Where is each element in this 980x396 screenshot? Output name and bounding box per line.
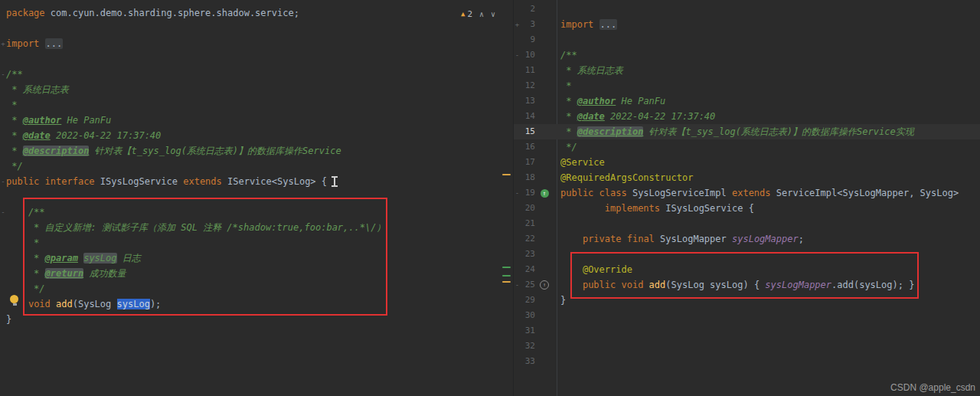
line-number[interactable]: 30 xyxy=(521,308,535,323)
fold-marker[interactable] xyxy=(0,5,6,21)
code-line[interactable]: 11 * 系统日志表 xyxy=(514,63,980,78)
fold-marker[interactable] xyxy=(514,216,521,231)
intention-bulb-icon[interactable] xyxy=(10,295,19,306)
warnings-badge[interactable]: ▲ 2 xyxy=(461,9,472,19)
code-line[interactable]: 21 xyxy=(514,216,980,231)
code-line[interactable]: +import ... xyxy=(0,36,513,51)
fold-marker[interactable] xyxy=(514,93,521,109)
line-number[interactable]: 24 xyxy=(521,262,535,277)
fold-marker[interactable]: - xyxy=(514,47,521,63)
fold-marker[interactable] xyxy=(0,189,6,205)
error-stripe-change-mark[interactable] xyxy=(502,267,511,268)
code-line[interactable]: -10/** xyxy=(514,47,980,63)
fold-marker[interactable] xyxy=(0,296,6,312)
fold-marker[interactable]: - xyxy=(514,185,521,201)
fold-marker[interactable]: + xyxy=(514,17,521,32)
fold-marker[interactable] xyxy=(0,281,6,296)
fold-marker[interactable] xyxy=(514,170,521,185)
fold-marker[interactable]: + xyxy=(0,36,6,51)
code-line[interactable]: * xyxy=(0,97,513,113)
line-number[interactable]: 17 xyxy=(521,155,535,170)
fold-marker[interactable] xyxy=(514,32,521,47)
line-number[interactable]: 15 xyxy=(521,124,535,139)
line-number[interactable]: 12 xyxy=(521,78,535,93)
code-line[interactable]: * @author He PanFu xyxy=(0,113,513,128)
code-line[interactable]: * @date 2022-04-22 17:37:40 xyxy=(0,128,513,143)
line-number[interactable]: 2 xyxy=(521,2,535,17)
error-stripe-change-mark[interactable] xyxy=(502,275,511,277)
line-number[interactable]: 13 xyxy=(521,93,535,109)
fold-marker[interactable] xyxy=(0,220,6,235)
code-line[interactable]: * 系统日志表 xyxy=(0,82,513,97)
fold-marker[interactable] xyxy=(514,109,521,124)
code-line[interactable]: * @description 针对表【t_sys_log(系统日志表)】的数据库… xyxy=(0,143,513,159)
error-stripe-warning-mark[interactable] xyxy=(502,281,511,283)
code-line[interactable]: 16 */ xyxy=(514,139,980,155)
line-number[interactable]: 22 xyxy=(521,231,535,247)
fold-marker[interactable] xyxy=(514,262,521,277)
code-line[interactable]: 13 * @author He PanFu xyxy=(514,93,980,109)
line-number[interactable]: 11 xyxy=(521,63,535,78)
fold-marker[interactable] xyxy=(0,97,6,113)
fold-marker[interactable]: - xyxy=(0,205,6,220)
fold-marker[interactable] xyxy=(0,51,6,67)
fold-marker[interactable] xyxy=(514,63,521,78)
fold-marker[interactable] xyxy=(0,235,6,250)
fold-marker[interactable] xyxy=(514,247,521,262)
line-number[interactable]: 10 xyxy=(521,47,535,63)
error-stripe-warning-mark[interactable] xyxy=(502,174,511,175)
implements-icon[interactable]: ↑ xyxy=(535,185,554,201)
code-line[interactable]: -public interface ISysLogService extends… xyxy=(0,174,513,189)
code-line[interactable]: 22 private final SysLogMapper sysLogMapp… xyxy=(514,231,980,247)
code-line[interactable]: 14 * @date 2022-04-22 17:37:40 xyxy=(514,109,980,124)
previous-warning-button[interactable]: ∧ xyxy=(479,10,484,18)
line-number[interactable]: 33 xyxy=(521,354,535,369)
code-line[interactable]: package com.cyun.demo.sharding.sphere.sh… xyxy=(0,5,513,21)
fold-marker[interactable] xyxy=(514,78,521,93)
line-number[interactable]: 23 xyxy=(521,247,535,262)
fold-marker[interactable] xyxy=(514,293,521,308)
line-number[interactable]: 31 xyxy=(521,323,535,339)
override-icon[interactable]: ↑ xyxy=(535,277,554,293)
code-line[interactable]: 30 xyxy=(514,308,980,323)
fold-marker[interactable] xyxy=(514,323,521,339)
fold-marker[interactable]: - xyxy=(514,277,521,293)
code-line[interactable]: +3import ... xyxy=(514,17,980,32)
code-line[interactable]: 31 xyxy=(514,323,980,339)
fold-marker[interactable] xyxy=(514,155,521,170)
code-line[interactable]: 20 implements ISysLogService { xyxy=(514,201,980,216)
fold-marker[interactable] xyxy=(514,201,521,216)
code-line[interactable]: 32 xyxy=(514,339,980,354)
line-number[interactable]: 32 xyxy=(521,339,535,354)
fold-marker[interactable] xyxy=(514,124,521,139)
fold-marker[interactable] xyxy=(0,82,6,97)
fold-marker[interactable] xyxy=(514,2,521,17)
line-number[interactable]: 19 xyxy=(521,185,535,201)
code-line[interactable]: 15 * @description 针对表【t_sys_log(系统日志表)】的… xyxy=(514,124,980,139)
line-number[interactable]: 14 xyxy=(521,109,535,124)
code-line[interactable]: 12 * xyxy=(514,78,980,93)
code-line[interactable]: 33 xyxy=(514,354,980,369)
code-line[interactable]: 18@RequiredArgsConstructor xyxy=(514,170,980,185)
fold-marker[interactable] xyxy=(0,266,6,281)
line-number[interactable]: 20 xyxy=(521,201,535,216)
code-line[interactable]: 17@Service xyxy=(514,155,980,170)
code-line[interactable] xyxy=(0,21,513,36)
fold-marker[interactable]: - xyxy=(0,174,6,189)
fold-marker[interactable] xyxy=(514,308,521,323)
code-line[interactable]: -/** xyxy=(0,67,513,82)
line-number[interactable]: 18 xyxy=(521,170,535,185)
fold-marker[interactable] xyxy=(0,128,6,143)
fold-marker[interactable] xyxy=(514,139,521,155)
fold-marker[interactable] xyxy=(0,113,6,128)
fold-marker[interactable] xyxy=(0,159,6,174)
fold-marker[interactable] xyxy=(514,354,521,369)
code-line[interactable]: -19↑public class SysLogServiceImpl exten… xyxy=(514,185,980,201)
line-number[interactable]: 3 xyxy=(521,17,535,32)
fold-marker[interactable] xyxy=(0,250,6,266)
fold-marker[interactable] xyxy=(0,143,6,159)
line-number[interactable]: 25 xyxy=(521,277,535,293)
code-line[interactable] xyxy=(0,51,513,67)
line-number[interactable]: 21 xyxy=(521,216,535,231)
fold-marker[interactable]: - xyxy=(0,67,6,82)
